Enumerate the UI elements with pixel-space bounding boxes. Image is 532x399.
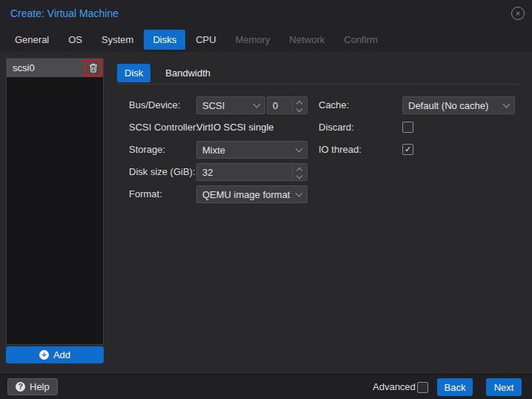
tab-confirm: Confirm [335, 30, 387, 50]
disk-list-item-scsi0[interactable]: scsi0 [7, 59, 103, 77]
disk-size-label: Disk size (GiB): [129, 163, 196, 181]
format-label: Format: [129, 185, 162, 203]
tab-cpu[interactable]: CPU [187, 30, 225, 50]
chevron-down-icon [253, 101, 261, 108]
close-icon[interactable]: × [511, 7, 525, 20]
delete-disk-button[interactable] [87, 62, 100, 75]
wizard-tab-bar: General OS System Disks CPU Memory Netwo… [0, 27, 532, 52]
bus-number-value: 0 [273, 100, 278, 111]
tab-network: Network [281, 30, 334, 50]
next-button[interactable]: Next [486, 378, 522, 396]
chevron-down-icon [296, 145, 303, 153]
cache-combo-value: Default (No cache) [408, 100, 488, 111]
disk-sub-tab-bar: Disk Bandwidth [117, 64, 520, 85]
check-icon: ✓ [405, 145, 411, 154]
storage-combo-value: Mixte [202, 145, 225, 156]
scsi-controller-value: VirtIO SCSI single [196, 119, 274, 136]
content-area: scsi0 + Add Disk Bandwidth Bus/Device: [0, 52, 532, 374]
title-bar: Create: Virtual Machine × [0, 0, 532, 27]
storage-label: Storage: [129, 141, 165, 159]
subtab-disk[interactable]: Disk [117, 64, 150, 82]
trash-icon [89, 63, 98, 73]
scsi-controller-label: SCSI Controller: [129, 119, 199, 136]
cache-label: Cache: [319, 96, 349, 114]
tab-system[interactable]: System [93, 30, 142, 50]
bus-number-spinner[interactable]: 0 [267, 96, 307, 114]
disk-size-value: 32 [202, 167, 213, 178]
tab-memory: Memory [227, 30, 279, 50]
subtab-bandwidth[interactable]: Bandwidth [158, 64, 218, 82]
discard-label: Discard: [319, 119, 354, 136]
advanced-label: Advanced [373, 375, 416, 399]
bus-device-label: Bus/Device: [129, 96, 180, 114]
disk-item-label: scsi0 [13, 62, 35, 73]
format-combo[interactable]: QEMU image format [196, 185, 307, 203]
help-button-label: Help [30, 381, 50, 392]
io-thread-checkbox[interactable]: ✓ [402, 144, 413, 155]
discard-checkbox[interactable] [402, 122, 413, 133]
footer-bar: ? Help Advanced Back Next [0, 374, 532, 399]
advanced-checkbox[interactable] [417, 382, 428, 393]
help-button[interactable]: ? Help [7, 378, 58, 395]
tab-os[interactable]: OS [59, 30, 91, 50]
disk-list-panel: scsi0 [6, 58, 104, 345]
spinner-arrows-icon[interactable] [292, 166, 302, 178]
cache-combo[interactable]: Default (No cache) [402, 96, 515, 114]
question-circle-icon: ? [16, 382, 25, 392]
annotation-highlight-box [84, 59, 102, 76]
back-button[interactable]: Back [437, 378, 473, 396]
bus-combo[interactable]: SCSI [196, 96, 265, 114]
tab-general[interactable]: General [6, 30, 58, 50]
spinner-arrows-icon[interactable] [292, 99, 302, 111]
add-disk-button[interactable]: + Add [6, 346, 104, 363]
format-combo-value: QEMU image format [202, 189, 290, 200]
disk-size-spinner[interactable]: 32 [196, 163, 307, 181]
io-thread-label: IO thread: [319, 141, 362, 159]
bus-combo-value: SCSI [202, 100, 225, 111]
tab-disks[interactable]: Disks [144, 30, 185, 50]
add-button-label: Add [53, 349, 70, 360]
plus-circle-icon: + [39, 350, 49, 360]
storage-combo[interactable]: Mixte [196, 141, 307, 159]
dialog-title: Create: Virtual Machine [10, 7, 119, 19]
create-vm-dialog: Create: Virtual Machine × General OS Sys… [0, 0, 532, 399]
chevron-down-icon [296, 190, 303, 197]
chevron-down-icon [503, 101, 511, 108]
